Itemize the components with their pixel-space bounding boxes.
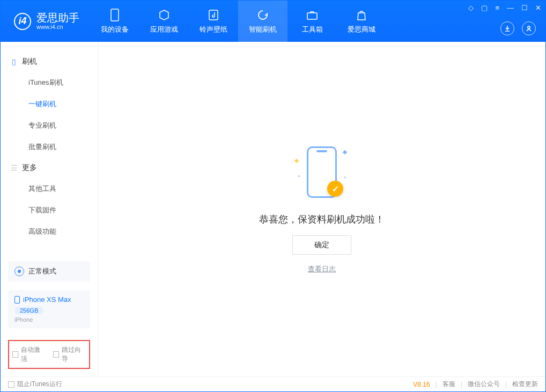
sidebar-group-flash: ▯ 刷机 xyxy=(1,51,98,72)
cube-icon xyxy=(158,9,171,21)
checkbox-block-itunes[interactable]: 阻止iTunes运行 xyxy=(8,380,62,389)
download-button[interactable] xyxy=(500,21,514,35)
group-label: 更多 xyxy=(22,163,37,173)
nav-apps-games[interactable]: 应用游戏 xyxy=(139,1,189,42)
device-storage-badge: 256GB xyxy=(14,307,43,314)
success-illustration: ✓ xyxy=(295,144,349,203)
logo-area: i4 爱思助手 www.i4.cn xyxy=(1,12,90,30)
checkbox-label: 阻止iTunes运行 xyxy=(17,380,62,389)
svg-rect-0 xyxy=(111,9,119,21)
checkbox-label: 跳过向导 xyxy=(62,345,86,364)
nav-label: 应用游戏 xyxy=(150,25,178,34)
checkbox-auto-activate[interactable]: 自动激活 xyxy=(12,345,46,364)
nav-label: 智能刷机 xyxy=(249,25,277,34)
ok-button[interactable]: 确定 xyxy=(292,235,351,255)
skin-icon[interactable]: ◇ xyxy=(468,4,474,12)
svg-point-3 xyxy=(528,26,530,28)
sidebar-item-itunes-flash[interactable]: iTunes刷机 xyxy=(1,72,98,93)
nav-label: 铃声壁纸 xyxy=(200,25,227,34)
phone-icon: ▯ xyxy=(10,58,18,65)
app-subtitle: www.i4.cn xyxy=(36,24,79,30)
top-nav: 我的设备 应用游戏 铃声壁纸 智能刷机 工具箱 爱思商城 xyxy=(90,1,386,42)
checkbox-icon xyxy=(53,351,59,358)
wechat-link[interactable]: 微信公众号 xyxy=(468,380,500,389)
sidebar: ▯ 刷机 iTunes刷机 一键刷机 专业刷机 批量刷机 ☰ 更多 其他工具 下… xyxy=(1,42,98,376)
options-highlight-box: 自动激活 跳过向导 xyxy=(8,340,90,369)
sidebar-item-advanced[interactable]: 高级功能 xyxy=(1,221,98,242)
minimize-button[interactable]: — xyxy=(507,4,514,12)
nav-label: 工具箱 xyxy=(302,25,323,34)
group-label: 刷机 xyxy=(22,57,37,66)
user-button[interactable] xyxy=(522,21,536,35)
phone-outline-icon xyxy=(14,296,20,304)
checkbox-label: 自动激活 xyxy=(21,345,45,364)
sidebar-item-pro-flash[interactable]: 专业刷机 xyxy=(1,115,98,136)
sidebar-item-oneclick-flash[interactable]: 一键刷机 xyxy=(1,93,98,115)
mode-dot-icon xyxy=(14,267,24,276)
check-update-link[interactable]: 检查更新 xyxy=(512,380,538,389)
success-message: 恭喜您，保资料刷机成功啦！ xyxy=(259,213,385,226)
device-type: iPhone xyxy=(14,316,84,323)
mode-card[interactable]: 正常模式 xyxy=(8,261,90,282)
window-controls: ◇ ▢ ≡ — ☐ ✕ xyxy=(468,4,541,12)
app-logo-icon: i4 xyxy=(14,13,31,30)
refresh-shield-icon xyxy=(256,9,269,21)
sidebar-item-batch-flash[interactable]: 批量刷机 xyxy=(1,136,98,158)
app-title: 爱思助手 xyxy=(36,12,79,24)
bag-icon xyxy=(355,9,368,21)
nav-label: 我的设备 xyxy=(101,25,129,34)
nav-toolbox[interactable]: 工具箱 xyxy=(287,1,337,42)
device-icon xyxy=(108,9,121,21)
menu-icon[interactable]: ≡ xyxy=(495,4,499,12)
svg-rect-2 xyxy=(307,13,317,19)
list-icon: ☰ xyxy=(10,164,18,172)
nav-smart-flash[interactable]: 智能刷机 xyxy=(238,1,287,42)
toolbox-icon xyxy=(306,9,319,21)
nav-my-device[interactable]: 我的设备 xyxy=(90,1,139,42)
check-badge-icon: ✓ xyxy=(327,181,343,197)
nav-ringtone-wallpaper[interactable]: 铃声壁纸 xyxy=(189,1,238,42)
support-link[interactable]: 客服 xyxy=(442,380,455,389)
close-button[interactable]: ✕ xyxy=(535,4,541,12)
version-label: V8.16 xyxy=(413,381,430,388)
mode-label: 正常模式 xyxy=(28,267,56,276)
checkbox-skip-guide[interactable]: 跳过向导 xyxy=(53,345,86,364)
header-actions xyxy=(500,21,536,35)
app-header: i4 爱思助手 www.i4.cn 我的设备 应用游戏 铃声壁纸 智能刷机 工具… xyxy=(1,1,545,42)
sidebar-group-more: ☰ 更多 xyxy=(1,158,98,178)
sidebar-item-other-tools[interactable]: 其他工具 xyxy=(1,178,98,199)
device-name: iPhone XS Max xyxy=(23,295,71,304)
checkbox-icon xyxy=(12,351,18,358)
view-log-link[interactable]: 查看日志 xyxy=(308,264,336,274)
checkbox-icon xyxy=(8,381,14,388)
nav-label: 爱思商城 xyxy=(348,25,375,34)
device-card[interactable]: iPhone XS Max 256GB iPhone xyxy=(8,290,90,328)
status-bar: 阻止iTunes运行 V8.16 | 客服 | 微信公众号 | 检查更新 xyxy=(1,376,545,391)
music-file-icon xyxy=(207,9,220,21)
nav-store[interactable]: 爱思商城 xyxy=(337,1,386,42)
maximize-button[interactable]: ☐ xyxy=(521,4,528,12)
feedback-icon[interactable]: ▢ xyxy=(481,4,488,12)
main-content: ✓ 恭喜您，保资料刷机成功啦！ 确定 查看日志 xyxy=(98,42,545,376)
sidebar-item-download-firmware[interactable]: 下载固件 xyxy=(1,199,98,221)
